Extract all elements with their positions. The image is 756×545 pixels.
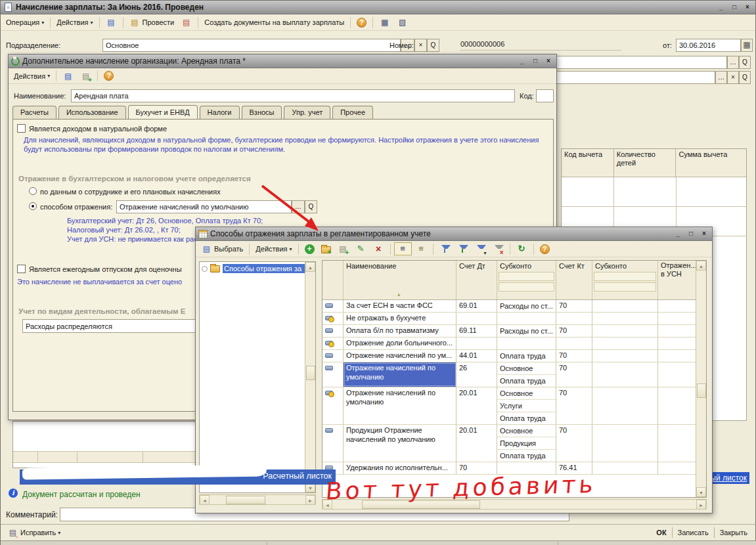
right-field-2[interactable] <box>556 71 715 84</box>
cell-usn[interactable] <box>658 338 696 349</box>
right-field2-clear-button[interactable]: × <box>727 71 739 84</box>
save-close-icon[interactable] <box>103 16 120 28</box>
department-search-button[interactable]: Q <box>427 39 439 52</box>
tab-usage[interactable]: Использование <box>58 106 126 119</box>
cell-usn[interactable] <box>658 387 696 424</box>
right-field2-search-button[interactable]: Q <box>739 71 751 84</box>
close-button[interactable]: × <box>742 3 753 12</box>
table-vscrollbar[interactable]: ▲ ▼ <box>696 261 706 497</box>
header-debit[interactable]: Счет Дт <box>456 261 497 299</box>
cell-usn[interactable] <box>658 425 696 462</box>
vacation-checkbox[interactable] <box>17 265 26 273</box>
delete-icon[interactable] <box>370 243 387 255</box>
cell-debit-subconto[interactable] <box>497 338 556 349</box>
header-credit-sub[interactable]: Субконто <box>592 261 658 299</box>
reflection-ellipsis-button[interactable]: … <box>292 200 305 213</box>
settings-icon[interactable] <box>394 16 411 28</box>
scroll-up-icon[interactable]: ▲ <box>696 261 706 271</box>
cell-name[interactable]: Отражение начислений по умолчанию <box>344 387 456 424</box>
edit-icon[interactable] <box>353 243 369 255</box>
cell-credit-subconto[interactable] <box>592 425 658 462</box>
maximize-button[interactable]: □ <box>686 229 696 238</box>
right-field-1[interactable] <box>556 56 727 69</box>
actions-menu[interactable]: Действия▾ <box>54 18 95 27</box>
department-input[interactable]: Основное <box>102 39 401 52</box>
add-icon[interactable] <box>302 243 317 255</box>
help-icon[interactable] <box>537 244 552 255</box>
tab-other[interactable]: Прочее <box>332 106 373 119</box>
close-form-button[interactable]: Закрыть <box>715 527 753 538</box>
cell-credit-account[interactable]: 70 <box>556 387 592 424</box>
maximize-button[interactable]: □ <box>530 56 541 66</box>
help-icon[interactable] <box>354 17 369 28</box>
envd-method-input[interactable]: Расходы распределяются <box>22 319 214 333</box>
right-field2-ellipsis-button[interactable]: … <box>715 71 727 84</box>
scroll-down-icon[interactable]: ▼ <box>696 487 706 497</box>
results-icon[interactable] <box>376 16 393 28</box>
select-icon[interactable]: Выбрать <box>198 243 246 255</box>
hierarchy-view-icon[interactable] <box>413 243 430 255</box>
cell-name[interactable]: Не отражать в бухучете <box>344 313 456 324</box>
tab-taxes[interactable]: Налоги <box>200 106 240 119</box>
close-button[interactable]: × <box>699 229 709 238</box>
scroll-left-icon[interactable]: ◄ <box>200 495 210 505</box>
write-button[interactable]: Записать <box>673 527 714 538</box>
operation-menu[interactable]: Операция▾ <box>3 18 47 27</box>
cell-credit-account[interactable] <box>556 338 592 349</box>
cell-credit-account[interactable]: 70 <box>556 325 592 337</box>
cell-usn[interactable] <box>658 313 696 324</box>
cell-name[interactable]: Отражение начислений по ум... <box>344 350 456 362</box>
cell-debit-subconto[interactable]: Расходы по ст... <box>497 325 556 337</box>
actions-menu[interactable]: Действия▾ <box>253 244 294 253</box>
deduction-column-header[interactable]: Сумма вычета <box>676 149 746 177</box>
cell-credit-subconto[interactable] <box>592 387 658 424</box>
filter-set-icon[interactable] <box>455 243 471 255</box>
name-input[interactable]: Арендная плата <box>71 89 515 102</box>
cell-usn[interactable] <box>658 300 696 312</box>
deduction-column-header[interactable]: Код вычета <box>562 149 614 177</box>
close-button[interactable]: × <box>543 56 554 66</box>
right-field1-ellipsis-button[interactable]: … <box>727 56 739 69</box>
header-credit[interactable]: Счет Кт <box>556 261 592 299</box>
scroll-right-icon[interactable]: ► <box>305 495 315 505</box>
header-debit-sub[interactable]: Субконто <box>497 261 556 299</box>
table-row[interactable]: Не отражать в бухучете <box>322 313 706 325</box>
reflection-search-button[interactable]: Q <box>305 200 317 213</box>
cell-name[interactable]: За счет ЕСН в части ФСС <box>344 300 456 312</box>
cell-name[interactable]: Отражение доли больничного... <box>344 338 456 349</box>
cell-debit-account[interactable]: 26 <box>456 362 497 387</box>
help-icon[interactable] <box>101 70 116 81</box>
table-row[interactable]: За счет ЕСН в части ФСС69.01Расходы по с… <box>322 300 706 313</box>
copy-add-icon[interactable] <box>78 70 94 82</box>
date-input[interactable]: 30.06.2016 <box>676 39 741 52</box>
cell-credit-account[interactable]: 70 <box>556 362 592 387</box>
right-field1-search-button[interactable]: Q <box>739 56 751 69</box>
cell-debit-account[interactable]: 69.11 <box>456 325 497 337</box>
cell-debit-subconto[interactable]: ОсновноеПродукцияОплата труда <box>497 425 556 462</box>
filter-menu-icon[interactable] <box>472 243 489 255</box>
tab-calculations[interactable]: Расчеты <box>12 106 56 119</box>
code-input[interactable] <box>536 89 554 102</box>
cell-credit-subconto[interactable] <box>592 325 658 337</box>
cell-usn[interactable] <box>658 462 696 474</box>
cell-debit-account[interactable]: 69.01 <box>456 300 497 312</box>
cell-debit-subconto[interactable]: Расходы по ст... <box>497 300 556 312</box>
list-view-icon[interactable] <box>394 242 412 255</box>
fix-button[interactable]: Исправить▾ <box>5 527 63 538</box>
create-payment-docs-button[interactable]: Создать документы на выплату зарплаты <box>202 18 347 27</box>
payslip-button-annotation[interactable]: Расчетный листок <box>20 469 336 485</box>
header-usn[interactable]: Отражен... в УСН <box>658 261 696 299</box>
cell-credit-subconto[interactable] <box>592 350 658 362</box>
cell-debit-account[interactable]: 44.01 <box>456 350 497 362</box>
cell-credit-subconto[interactable] <box>592 338 658 349</box>
deduction-table-row[interactable] <box>562 177 746 207</box>
save-close-icon[interactable] <box>60 70 76 82</box>
table-row[interactable]: Отражение начислений по умолчанию26Основ… <box>322 362 706 387</box>
cell-debit-subconto[interactable]: Оплата труда <box>497 350 556 362</box>
table-row[interactable]: Продукция Отражение начислений по умолча… <box>322 425 706 462</box>
cell-debit-subconto[interactable]: ОсновноеОплата труда <box>497 362 556 387</box>
minimize-button[interactable]: _ <box>517 56 527 66</box>
cell-credit-subconto[interactable] <box>592 362 658 387</box>
cell-debit-account[interactable]: 20.01 <box>456 387 497 424</box>
tree-vscrollbar[interactable]: ▲ ▼ <box>305 262 315 492</box>
